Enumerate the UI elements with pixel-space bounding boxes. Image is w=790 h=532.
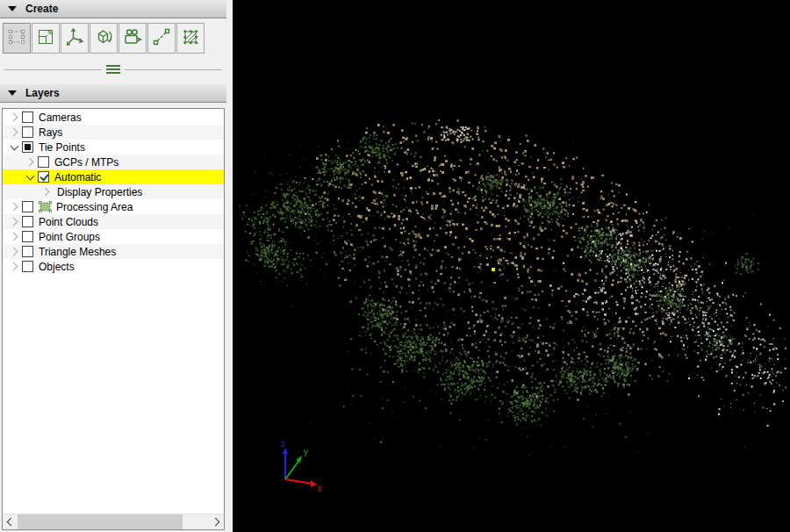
splitter-line	[4, 69, 102, 70]
chevron-icon[interactable]	[6, 129, 22, 135]
layer-label: Point Clouds	[39, 216, 98, 228]
collapse-triangle-icon[interactable]	[8, 90, 17, 96]
panel-viewport-splitter[interactable]	[226, 0, 233, 532]
axis-x-label: x	[318, 484, 322, 493]
orientation-axes-icon	[64, 26, 85, 50]
layer-row-triangle-meshes[interactable]: Triangle Meshes	[3, 244, 224, 259]
layer-label: Automatic	[54, 171, 101, 183]
layer-label: Display Properties	[57, 186, 142, 198]
viewport-3d: z y x	[233, 0, 790, 532]
create-panel-title: Create	[25, 3, 58, 15]
layer-row-tie-points[interactable]: Tie Points	[3, 140, 224, 155]
scrollbar-thumb[interactable]	[18, 514, 183, 529]
layer-checkbox[interactable]	[22, 111, 33, 123]
layer-checkbox[interactable]	[38, 171, 49, 183]
surface-icon	[180, 26, 201, 50]
layer-checkbox[interactable]	[22, 126, 33, 138]
chevron-icon[interactable]	[6, 219, 22, 225]
orientation-axes-button[interactable]	[61, 23, 89, 54]
layer-label: Cameras	[39, 111, 82, 124]
layer-label: Triangle Meshes	[39, 246, 116, 258]
scroll-left-icon[interactable]	[3, 514, 18, 529]
layer-checkbox[interactable]	[22, 231, 33, 242]
layer-checkbox[interactable]	[22, 261, 33, 272]
create-panel-header[interactable]: Create	[0, 0, 226, 18]
create-toolbar	[0, 18, 226, 54]
surface-button[interactable]	[176, 23, 205, 54]
splitter-line	[125, 69, 222, 70]
layer-label: GCPs / MTPs	[54, 156, 118, 169]
axis-y-label: y	[304, 447, 308, 457]
object-cube-button[interactable]	[90, 23, 118, 54]
chevron-icon[interactable]	[6, 114, 22, 120]
chevron-icon[interactable]	[6, 263, 22, 270]
region-select-icon	[6, 26, 27, 50]
video-camera-icon	[122, 26, 143, 50]
chevron-icon[interactable]	[6, 248, 22, 255]
axis-z-label: z	[281, 439, 285, 449]
layers-panel-header[interactable]: Layers	[0, 84, 226, 103]
scroll-right-icon[interactable]	[209, 514, 224, 529]
layer-row-objects[interactable]: Objects	[3, 259, 224, 274]
layer-checkbox[interactable]	[38, 156, 49, 168]
scrollbar-track[interactable]	[183, 514, 209, 529]
layer-label: Processing Area	[56, 201, 133, 213]
layer-row-point-clouds[interactable]: Point Clouds	[3, 214, 224, 229]
scale-icon	[35, 26, 56, 50]
layer-label: Point Groups	[39, 231, 100, 243]
chevron-icon[interactable]	[38, 189, 54, 195]
layer-checkbox[interactable]	[22, 201, 33, 212]
panel-splitter[interactable]	[0, 54, 226, 84]
layer-row-gcps-mtps[interactable]: GCPs / MTPs	[3, 155, 224, 169]
polyline-icon	[151, 26, 172, 50]
layer-row-cameras[interactable]: Cameras	[3, 110, 224, 125]
layer-label: Rays	[39, 126, 62, 139]
sidebar: Create Layers Cameras Rays Tie Points GC…	[0, 0, 226, 532]
layer-checkbox[interactable]	[22, 246, 33, 257]
chevron-icon[interactable]	[6, 146, 22, 149]
layer-checkbox[interactable]	[22, 216, 33, 227]
layers-tree: Cameras Rays Tie Points GCPs / MTPs Auto…	[3, 109, 224, 514]
polyline-button[interactable]	[147, 23, 176, 54]
layer-label: Objects	[39, 261, 75, 273]
chevron-icon[interactable]	[22, 159, 38, 165]
chevron-icon[interactable]	[6, 234, 22, 240]
layers-tree-container: Cameras Rays Tie Points GCPs / MTPs Auto…	[2, 108, 225, 530]
layer-row-automatic[interactable]: Automatic	[3, 169, 224, 184]
layer-checkbox[interactable]	[22, 141, 33, 153]
object-cube-icon	[93, 26, 114, 50]
layer-row-processing-area[interactable]: Processing Area	[3, 199, 224, 214]
layers-panel-title: Layers	[25, 87, 60, 99]
layer-label: Tie Points	[39, 141, 85, 154]
splitter-grip-icon[interactable]	[106, 65, 120, 74]
layer-row-point-groups[interactable]: Point Groups	[3, 229, 224, 244]
chevron-icon[interactable]	[6, 204, 22, 210]
collapse-triangle-icon[interactable]	[8, 6, 17, 11]
layer-row-rays[interactable]: Rays	[3, 125, 224, 140]
video-camera-button[interactable]	[118, 23, 147, 54]
layer-row-display-properties[interactable]: Display Properties	[3, 184, 224, 199]
axis-gizmo-icon: z y x	[255, 437, 334, 495]
processing-area-icon	[39, 201, 52, 212]
horizontal-scrollbar[interactable]	[3, 514, 224, 529]
scale-button[interactable]	[32, 23, 60, 54]
chevron-icon[interactable]	[22, 176, 38, 179]
region-select-button[interactable]	[3, 23, 31, 54]
